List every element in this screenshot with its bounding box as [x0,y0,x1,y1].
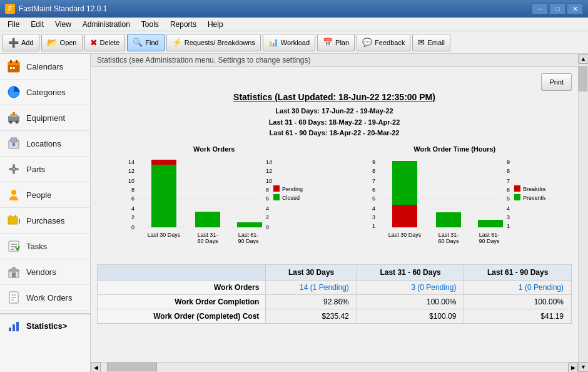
sidebar-item-categories[interactable]: Categories [0,80,90,105]
h-scroll-track[interactable] [101,363,568,372]
svg-text:Closed: Closed [282,195,300,201]
find-button[interactable]: 🔍 Find [127,34,164,51]
table-row-work-orders: Work Orders 14 (1 Pending) 3 (0 Pending)… [98,280,572,294]
work-orders-chart: Work Orders 14 12 10 8 6 4 2 [97,145,332,256]
open-button[interactable]: 📂 Open [41,34,83,51]
work-order-time-chart: Work Order Time (Hours) 9 8 7 6 5 4 3 [338,145,572,256]
content-inner: Statistics (see Administration menu, Set… [91,54,578,372]
work-orders-90: 1 (0 Pending) [464,280,572,294]
completion-90: 100.00% [464,294,572,309]
svg-rect-59 [237,222,262,227]
delete-button[interactable]: ✖ Delete [84,34,126,51]
svg-point-18 [11,190,16,195]
svg-text:8: 8 [266,187,269,193]
svg-text:8: 8 [507,168,510,174]
svg-text:1: 1 [372,223,375,229]
scroll-up-button[interactable]: ▲ [579,54,589,64]
scroll-left-button[interactable]: ◀ [91,363,101,373]
menu-view[interactable]: View [50,19,76,30]
svg-text:8: 8 [131,187,134,193]
scroll-right-button[interactable]: ▶ [568,363,578,373]
work-order-time-chart-title: Work Order Time (Hours) [338,145,572,153]
svg-text:Last 61-: Last 61- [238,232,259,238]
scroll-down-button[interactable]: ▼ [579,362,589,372]
plan-button[interactable]: 📅 Plan [317,34,355,51]
sidebar-item-people[interactable]: People [0,182,90,208]
completion-label: Work Order Completion [98,294,266,309]
sidebar-item-purchases[interactable]: Purchases [0,208,90,234]
table-header-60: Last 31 - 60 Days [357,264,464,280]
maximize-button[interactable]: □ [549,3,565,14]
people-icon [6,187,21,202]
calendars-icon [6,59,21,74]
sidebar-item-equipment[interactable]: Equipment [0,105,90,131]
work-orders-30: 14 (1 Pending) [266,280,357,294]
cost-label: Work Order (Completed) Cost [98,309,266,323]
svg-point-10 [16,121,19,124]
svg-text:6: 6 [507,187,510,193]
svg-rect-109 [514,194,520,200]
sidebar-item-vendors[interactable]: Vendors [0,259,90,285]
svg-rect-91 [392,205,417,227]
svg-rect-4 [10,67,12,69]
work-orders-30-link[interactable]: 14 (1 Pending) [300,283,349,292]
svg-text:4: 4 [131,205,134,212]
work-orders-60-link[interactable]: 3 (0 Pending) [411,283,456,292]
svg-rect-3 [16,60,18,63]
svg-rect-22 [19,219,20,224]
svg-marker-28 [9,267,19,271]
svg-line-21 [15,215,16,217]
svg-text:4: 4 [266,205,269,212]
work-orders-90-link[interactable]: 1 (0 Pending) [519,283,564,292]
sidebar-item-work-orders[interactable]: Work Orders [0,285,90,311]
sidebar-item-locations[interactable]: Locations [0,131,90,157]
svg-line-20 [10,215,11,217]
stats-table: Last 30 Days Last 31 - 60 Days Last 61 -… [97,264,572,324]
sidebar-item-statistics[interactable]: Statistics> [0,313,90,337]
table-header-label [98,264,266,280]
svg-rect-29 [12,272,16,277]
h-scroll-thumb[interactable] [107,363,157,371]
svg-rect-107 [514,185,520,192]
scroll-track[interactable] [579,64,588,362]
svg-text:4: 4 [372,205,375,212]
sidebar-item-parts[interactable]: Parts [0,157,90,182]
add-button[interactable]: ➕ Add [3,34,39,51]
cost-30: $235.42 [266,309,357,323]
minimize-button[interactable]: ─ [532,3,548,14]
work-orders-label: Work Orders [98,280,266,294]
svg-text:90 Days: 90 Days [479,238,500,244]
sidebar-item-calendars[interactable]: Calendars [0,54,90,80]
menu-reports[interactable]: Reports [165,19,201,30]
svg-rect-11 [13,112,15,115]
cost-60: $100.09 [357,309,464,323]
print-button[interactable]: Print [541,73,572,91]
menu-bar: File Edit View Administration Tools Repo… [0,18,588,31]
menu-administration[interactable]: Administration [78,19,135,30]
svg-rect-93 [436,212,461,227]
svg-text:60 Days: 60 Days [198,238,219,244]
svg-text:Last 30 Days: Last 30 Days [148,232,181,238]
main-layout: Calendars Categories Equipment Locations… [0,54,588,372]
feedback-button[interactable]: 💬 Feedback [357,34,410,51]
work-orders-60: 3 (0 Pending) [357,280,464,294]
purchases-icon [6,213,21,228]
vertical-scrollbar: ▲ ▼ [578,54,588,372]
svg-text:7: 7 [507,178,510,184]
scroll-thumb[interactable] [579,66,587,91]
sidebar-item-tasks[interactable]: Tasks [0,234,90,259]
menu-file[interactable]: File [3,19,24,30]
requests-button[interactable]: ⚡ Requests/ Breakdowns [166,34,261,51]
svg-rect-53 [151,161,176,227]
workload-button[interactable]: 📊 Workload [263,34,315,51]
svg-text:6: 6 [131,195,134,202]
close-button[interactable]: ✕ [567,3,583,14]
menu-edit[interactable]: Edit [26,19,49,30]
horizontal-scrollbar: ◀ ▶ [91,362,578,372]
svg-text:Last 31-: Last 31- [438,232,459,238]
menu-help[interactable]: Help [203,19,228,30]
svg-text:9: 9 [372,159,375,165]
email-button[interactable]: ✉ Email [412,34,450,51]
menu-tools[interactable]: Tools [136,19,164,30]
sidebar: Calendars Categories Equipment Locations… [0,54,91,372]
